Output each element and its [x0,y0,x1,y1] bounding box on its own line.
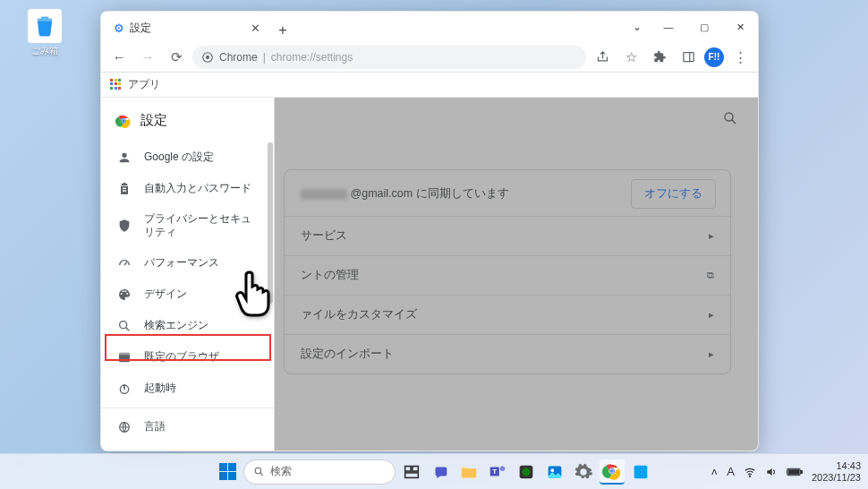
sidebar-item-languages[interactable]: 言語 [101,408,274,442]
sidebar-item-label: 既定のブラウザ [144,349,219,365]
close-window-button[interactable]: ✕ [722,12,758,42]
svg-rect-33 [788,469,798,474]
sidebar-item-autofill[interactable]: 自動入力とパスワード [101,173,274,204]
omnibox-separator: | [263,51,266,64]
recycle-bin-icon [28,9,62,43]
tray-battery-icon[interactable] [787,467,803,477]
taskbar-teams[interactable]: T [485,459,510,485]
tray-overflow-button[interactable]: ʌ [711,466,718,477]
svg-rect-9 [119,352,130,355]
address-bar[interactable]: Chrome | chrome://settings [192,46,586,69]
sidebar-item-downloads[interactable]: ダウンロード [101,442,274,450]
chrome-window: ⚙ 設定 ✕ + ⌄ — ▢ ✕ ← → ⟳ Chrome | chrome:/… [100,11,759,451]
minimize-button[interactable]: — [651,12,686,42]
globe-icon [117,420,132,434]
forward-button[interactable]: → [135,45,160,70]
chrome-icon [201,51,214,64]
extensions-button[interactable] [647,45,672,70]
sidebar-item-privacy[interactable]: プライバシーとセキュリティ [101,204,274,247]
shield-icon [117,219,132,233]
sidebar-item-label: 自動入力とパスワード [144,181,251,196]
taskbar-settings[interactable] [571,459,596,485]
taskbar-chat[interactable] [428,459,453,485]
sidebar-item-label: パフォーマンス [144,255,219,270]
svg-rect-16 [413,466,418,471]
svg-rect-32 [801,470,803,473]
person-icon [117,150,132,165]
share-button[interactable] [590,45,615,70]
profile-avatar[interactable]: F!! [704,47,724,67]
start-button[interactable] [215,459,240,485]
sidebar-item-default-browser[interactable]: 既定のブラウザ [101,341,274,373]
task-view-button[interactable] [399,459,424,485]
sidebar-item-label: デザイン [144,287,187,302]
svg-rect-2 [683,53,693,62]
sidebar-item-label: 検索エンジン [144,318,208,333]
menu-button[interactable]: ⋮ [728,45,753,70]
svg-point-7 [120,321,127,328]
bookmarks-bar: アプリ [101,73,758,98]
clock-time: 14:43 [812,460,861,472]
apps-icon[interactable] [110,79,123,91]
cursor-hand-indicator [233,267,279,324]
svg-rect-15 [405,466,411,471]
svg-point-14 [255,468,261,474]
search-icon [117,319,132,333]
gear-icon: ⚙ [114,21,124,35]
system-tray: ʌ A 14:43 2023/11/23 [711,460,861,483]
tab-close-icon[interactable]: ✕ [251,21,260,35]
sidebar-item-google[interactable]: Google の設定 [101,142,274,173]
taskbar-search[interactable]: 検索 [243,459,396,485]
svg-point-24 [550,468,554,472]
tray-volume-icon[interactable] [765,466,778,478]
omnibox-path: chrome://settings [271,51,353,64]
svg-point-6 [122,119,125,123]
taskbar-xbox[interactable] [514,459,539,485]
sidebar-item-label: 言語 [144,419,166,434]
tray-ime[interactable]: A [727,465,735,478]
chrome-logo-icon [115,113,132,129]
apps-label[interactable]: アプリ [128,77,160,92]
taskbar-explorer[interactable] [456,459,481,485]
taskbar-clock[interactable]: 14:43 2023/11/23 [812,460,861,483]
sidebar-item-label: Google の設定 [144,150,214,165]
side-panel-button[interactable] [676,45,701,70]
tab-dropdown[interactable]: ⌄ [624,12,651,42]
tray-wifi-icon[interactable] [744,466,756,478]
svg-rect-17 [405,472,419,477]
tab-title: 設定 [130,21,151,36]
sidebar-item-label: 起動時 [144,381,176,396]
svg-point-28 [610,469,614,473]
browser-icon [117,350,132,365]
taskbar-app[interactable] [628,459,653,485]
reload-button[interactable]: ⟳ [164,45,189,70]
svg-point-22 [522,468,530,476]
clipboard-icon [117,182,132,196]
svg-point-30 [749,476,750,476]
sidebar-header: 設定 [101,103,274,142]
search-icon [253,466,265,477]
toolbar: ← → ⟳ Chrome | chrome://settings ☆ F!! ⋮ [101,42,758,73]
dim-overlay [275,98,758,450]
titlebar: ⚙ 設定 ✕ + ⌄ — ▢ ✕ [101,12,758,42]
recycle-bin[interactable]: ごみ箱 [18,9,72,57]
search-placeholder: 検索 [270,464,292,479]
taskbar-chrome[interactable] [600,459,625,485]
sidebar-title: 設定 [140,112,167,129]
browser-tab[interactable]: ⚙ 設定 ✕ [106,15,268,42]
omnibox-host: Chrome [219,51,258,64]
svg-rect-29 [634,465,648,478]
clock-date: 2023/11/23 [812,472,861,484]
maximize-button[interactable]: ▢ [686,12,722,42]
speedometer-icon [117,256,132,270]
sidebar-item-on-startup[interactable]: 起動時 [101,373,274,404]
taskbar: 検索 T ʌ A 14:43 2023/11/23 [0,453,868,489]
power-icon [117,382,132,396]
sidebar-item-label: プライバシーとセキュリティ [144,212,258,239]
taskbar-photos[interactable] [542,459,567,485]
recycle-bin-label: ごみ箱 [18,45,72,57]
svg-text:T: T [493,467,498,475]
new-tab-button[interactable]: + [271,19,294,42]
bookmark-button[interactable]: ☆ [618,45,643,70]
back-button[interactable]: ← [106,45,132,70]
